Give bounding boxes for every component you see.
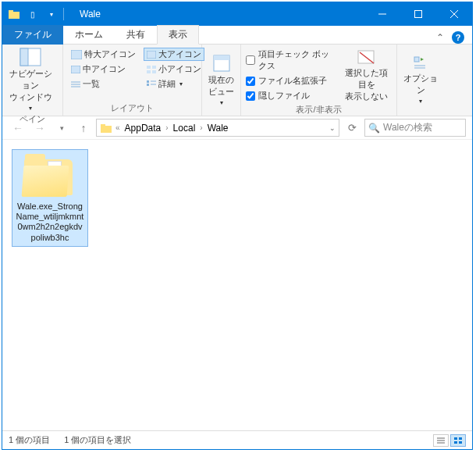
svg-rect-14: [152, 70, 156, 73]
svg-rect-8: [71, 50, 82, 59]
current-view-button[interactable]: 現在の ビュー ▾: [207, 48, 236, 112]
svg-rect-3: [415, 11, 422, 18]
statusbar: 1 個の項目 1 個の項目を選択: [2, 430, 472, 449]
tab-share[interactable]: 共有: [115, 25, 157, 45]
svg-rect-23: [214, 55, 229, 60]
ribbon-tabs: ファイル ホーム 共有 表示 ⌃ ?: [2, 26, 472, 45]
checkbox-item-checkboxes[interactable]: 項目チェック ボックス: [246, 48, 336, 73]
folder-icon: [100, 123, 112, 134]
nav-back-button[interactable]: ←: [9, 119, 27, 137]
close-button[interactable]: [436, 2, 472, 26]
address-bar: ← → ▾ ↑ « AppData › Local › Wale ⌄ ⟳ 🔍 W…: [2, 116, 472, 140]
view-icons-toggle[interactable]: [450, 434, 466, 447]
refresh-button[interactable]: ⟳: [343, 119, 361, 137]
hide-selected-icon: [357, 48, 377, 66]
layout-medium[interactable]: 中アイコン: [68, 62, 139, 76]
search-box[interactable]: 🔍 Waleの検索: [364, 119, 466, 137]
layout-list[interactable]: 一覧: [68, 77, 139, 91]
search-placeholder: Waleの検索: [383, 121, 432, 134]
group-label-layout: レイアウト: [68, 101, 197, 114]
view-details-toggle[interactable]: [433, 434, 449, 447]
help-icon[interactable]: ?: [452, 31, 464, 44]
layout-extra-large[interactable]: 特大アイコン: [68, 48, 139, 61]
svg-rect-37: [459, 441, 462, 444]
svg-rect-34: [454, 437, 457, 440]
options-button[interactable]: オプション ▾: [402, 48, 439, 112]
window-title: Wale: [80, 9, 364, 20]
svg-rect-7: [20, 48, 28, 66]
breadcrumb[interactable]: « AppData › Local › Wale ⌄: [96, 119, 339, 137]
minimize-button[interactable]: [364, 2, 400, 26]
layout-large[interactable]: 大アイコン: [144, 48, 204, 61]
layout-small[interactable]: 小アイコン: [144, 62, 204, 76]
svg-rect-10: [71, 66, 80, 73]
current-view-icon: [212, 54, 231, 73]
content-area[interactable]: Wale.exe_StrongName_wtiljmkmnt0wm2h2n2eg…: [2, 140, 472, 430]
group-label-showhide: 表示/非表示: [246, 102, 392, 116]
chevron-right-icon[interactable]: ›: [164, 123, 169, 132]
status-selected-count: 1 個の項目を選択: [64, 434, 131, 446]
navigation-pane-icon: [20, 48, 41, 66]
svg-rect-29: [101, 126, 112, 133]
qat-dropdown-icon[interactable]: ▾: [44, 7, 59, 21]
ribbon-collapse-icon[interactable]: ⌃: [436, 32, 444, 43]
svg-rect-36: [454, 441, 457, 444]
status-item-count: 1 個の項目: [9, 434, 50, 446]
chevron-right-icon[interactable]: ›: [198, 123, 204, 132]
tab-view[interactable]: 表示: [157, 25, 199, 45]
breadcrumb-item[interactable]: Local: [172, 123, 197, 134]
breadcrumb-dropdown-icon[interactable]: ⌄: [329, 124, 336, 132]
svg-rect-11: [147, 66, 151, 69]
breadcrumb-item[interactable]: AppData: [123, 123, 163, 134]
svg-rect-1: [9, 10, 13, 12]
folder-large-icon: [23, 153, 77, 198]
svg-rect-13: [147, 70, 151, 73]
chevron-right-icon[interactable]: «: [114, 123, 122, 132]
qat-divider-icon: ▯: [26, 7, 40, 21]
svg-rect-9: [147, 51, 156, 59]
search-icon: 🔍: [368, 123, 380, 134]
nav-forward-button[interactable]: →: [30, 119, 49, 137]
titlebar: ▯ ▾ Wale: [2, 2, 472, 26]
checkbox-hidden-files[interactable]: 隠しファイル: [246, 89, 336, 102]
svg-rect-20: [147, 84, 149, 86]
svg-rect-26: [414, 57, 419, 62]
svg-rect-0: [9, 12, 20, 19]
breadcrumb-item[interactable]: Wale: [206, 123, 230, 134]
nav-up-button[interactable]: ↑: [74, 119, 93, 137]
maximize-button[interactable]: [400, 2, 436, 26]
nav-history-dropdown[interactable]: ▾: [52, 119, 71, 137]
item-label: Wale.exe_StrongName_wtiljmkmnt0wm2h2n2eg…: [16, 202, 84, 243]
folder-icon: [7, 7, 21, 21]
svg-rect-18: [147, 80, 149, 83]
svg-rect-35: [459, 437, 462, 440]
options-icon: [411, 55, 430, 71]
folder-item[interactable]: Wale.exe_StrongName_wtiljmkmnt0wm2h2n2eg…: [12, 149, 88, 247]
svg-rect-30: [101, 124, 105, 127]
tab-home[interactable]: ホーム: [63, 25, 115, 45]
hide-selected-button[interactable]: 選択した項目を 表示しない: [342, 48, 392, 102]
ribbon: ナビゲーション ウィンドウ ▾ ペイン 特大アイコン 大アイコン 中アイコン 小…: [2, 45, 472, 116]
svg-rect-12: [152, 66, 156, 69]
tab-file[interactable]: ファイル: [2, 25, 63, 45]
layout-details[interactable]: 詳細▾: [144, 77, 204, 91]
checkbox-extensions[interactable]: ファイル名拡張子: [246, 74, 336, 87]
navigation-pane-button[interactable]: ナビゲーション ウィンドウ ▾: [7, 48, 54, 112]
